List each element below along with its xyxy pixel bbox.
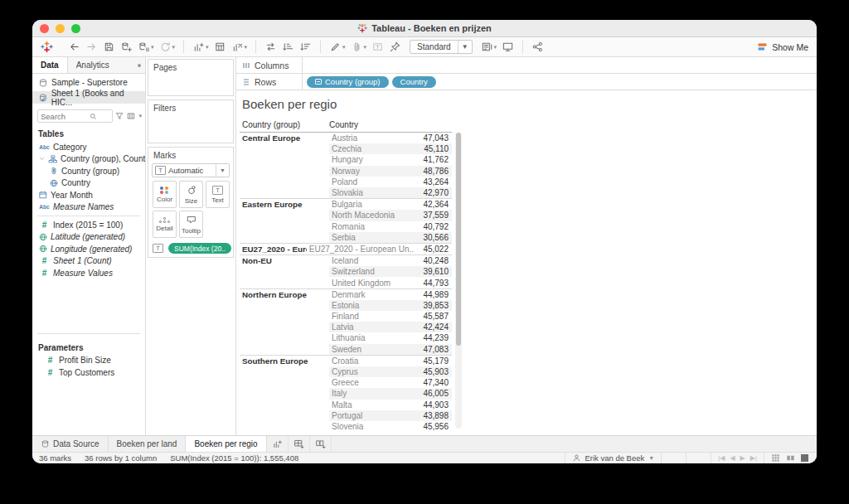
tab-analytics[interactable]: Analytics <box>68 57 118 73</box>
value-cell[interactable]: 46,005 <box>414 389 452 398</box>
expand-caret-icon[interactable] <box>38 155 46 162</box>
search-input[interactable] <box>41 112 89 121</box>
country-cell[interactable]: EU27_2020 - European Un.. <box>307 245 414 254</box>
table-row[interactable]: Estonia39,853 <box>329 300 452 311</box>
field-item[interactable]: Longitude (generated) <box>32 243 145 255</box>
value-cell[interactable]: 44,239 <box>414 333 452 342</box>
show-hide-cards-icon[interactable]: ▾ <box>479 40 499 54</box>
table-row[interactable]: Hungary41,762 <box>329 154 452 165</box>
value-cell[interactable]: 42,424 <box>414 322 452 332</box>
column-header-group[interactable]: Country (group) <box>240 120 329 132</box>
next-sheet-icon[interactable]: ▶ <box>740 454 745 462</box>
country-cell[interactable]: United Kingdom <box>329 279 414 288</box>
user-menu[interactable]: Erik van de Beek ▼ <box>565 453 662 463</box>
group-members-icon[interactable]: ▾ <box>349 40 369 54</box>
fix-axes-icon[interactable] <box>387 40 403 54</box>
table-row[interactable]: Sweden47,083 <box>329 344 452 355</box>
sheet-tab-active[interactable]: Boeken per regio <box>186 436 266 452</box>
value-cell[interactable]: 42,364 <box>414 200 452 209</box>
measure-pill[interactable]: SUM(Index (20.. <box>168 243 231 254</box>
table-row[interactable]: Poland43,264 <box>329 177 452 187</box>
country-cell[interactable]: Sweden <box>329 345 414 354</box>
value-cell[interactable]: 42,970 <box>414 188 452 197</box>
group-header-cell[interactable]: Central Europe <box>240 133 329 198</box>
rows-shelf[interactable]: Rows Country (group)Country <box>236 74 817 90</box>
field-item[interactable]: Year Month <box>32 189 145 201</box>
sheet-tab[interactable]: Data Source <box>32 436 109 452</box>
filter-funnel-icon[interactable] <box>114 111 124 121</box>
search-input-box[interactable] <box>37 109 113 123</box>
group-header-cell[interactable]: EU27_2020 - European Un.. <box>240 244 307 254</box>
value-cell[interactable]: 45,587 <box>414 312 452 321</box>
columns-shelf[interactable]: Columns <box>236 57 817 74</box>
table-row[interactable]: Slovenia45,956 <box>329 421 452 432</box>
table-row[interactable]: Lithuania44,239 <box>329 332 452 343</box>
table-row[interactable]: Malta44,903 <box>329 400 452 410</box>
worksheet-view-icon[interactable] <box>801 454 808 462</box>
country-cell[interactable]: Lithuania <box>329 333 414 342</box>
tab-data[interactable]: Data <box>32 57 68 73</box>
country-cell[interactable]: Iceland <box>329 256 414 265</box>
sheet-sorter-icon[interactable] <box>771 453 780 463</box>
table-row[interactable]: North Macedonia37,559 <box>329 210 452 220</box>
field-item[interactable]: Country (group) <box>32 165 145 177</box>
country-cell[interactable]: Norway <box>329 167 414 176</box>
tableau-toolbar-logo-icon[interactable] <box>41 41 53 53</box>
country-cell[interactable]: Portugal <box>329 411 414 420</box>
country-cell[interactable]: Cyprus <box>329 367 414 376</box>
new-story-button[interactable] <box>310 436 332 452</box>
table-row[interactable]: Latvia42,424 <box>329 322 452 332</box>
table-row[interactable]: United Kingdom44,793 <box>329 277 452 288</box>
field-item[interactable]: Country (group), Country <box>32 153 145 166</box>
country-cell[interactable]: Latvia <box>329 322 414 332</box>
mark-type-dropdown[interactable]: T Automatic ▼ <box>152 163 230 177</box>
duplicate-icon[interactable] <box>212 40 228 54</box>
table-row[interactable]: Bulgaria42,364 <box>329 199 452 210</box>
value-cell[interactable]: 30,566 <box>414 233 452 242</box>
group-header-cell[interactable]: Non-EU <box>240 255 329 288</box>
color-button[interactable]: Color <box>153 181 177 208</box>
group-header-cell[interactable]: Northern Europe <box>240 289 329 355</box>
text-button[interactable]: TText <box>206 181 230 208</box>
sheet-tab[interactable]: Boeken per land <box>109 436 187 452</box>
table-row[interactable]: Slovakia42,970 <box>329 187 452 198</box>
value-cell[interactable]: 44,989 <box>414 290 452 299</box>
tooltip-button[interactable]: Tooltip <box>179 211 203 238</box>
shelf-pill[interactable]: Country <box>392 76 436 88</box>
country-cell[interactable]: Slovakia <box>329 188 414 197</box>
value-cell[interactable]: 43,264 <box>414 177 452 187</box>
parameter-item[interactable]: #Top Customers <box>32 366 145 379</box>
value-cell[interactable]: 47,340 <box>414 378 452 387</box>
highlight-icon[interactable]: ▾ <box>327 40 347 54</box>
show-me-button[interactable]: Show Me <box>757 41 808 52</box>
table-row[interactable]: Denmark44,989 <box>329 289 452 300</box>
swap-rows-columns-icon[interactable] <box>263 40 279 54</box>
last-sheet-icon[interactable]: ▶| <box>750 454 757 462</box>
table-row[interactable]: Switzerland39,610 <box>329 266 452 277</box>
column-header-country[interactable]: Country <box>329 120 358 132</box>
table-row[interactable]: Finland45,587 <box>329 311 452 322</box>
value-cell[interactable]: 45,956 <box>414 422 452 431</box>
country-cell[interactable]: Malta <box>329 400 414 410</box>
value-cell[interactable]: 45,179 <box>414 356 452 366</box>
value-cell[interactable]: 43,898 <box>414 411 452 420</box>
table-row[interactable]: Italy46,005 <box>329 388 452 399</box>
field-item[interactable]: AbcCategory <box>32 141 145 153</box>
field-item[interactable]: AbcMeasure Names <box>32 201 145 214</box>
table-row[interactable]: Czechia45,110 <box>329 143 452 154</box>
field-item[interactable]: #Measure Values <box>32 267 145 279</box>
data-source-item-selected[interactable]: Sheet 1 (Books and HIC... <box>32 91 145 104</box>
fit-view-select[interactable]: Standard▼ <box>410 40 473 54</box>
previous-sheet-icon[interactable]: ◀ <box>730 454 735 462</box>
pane-options-dot[interactable] <box>138 64 141 67</box>
country-cell[interactable]: North Macedonia <box>329 211 414 220</box>
country-cell[interactable]: Bulgaria <box>329 200 414 209</box>
country-cell[interactable]: Slovenia <box>329 422 414 431</box>
value-cell[interactable]: 37,559 <box>414 211 452 220</box>
save-icon[interactable] <box>101 40 117 54</box>
new-data-source-icon[interactable] <box>119 40 134 54</box>
value-cell[interactable]: 47,043 <box>414 133 452 143</box>
filmstrip-view-icon[interactable] <box>786 453 795 463</box>
undo-icon[interactable] <box>66 40 82 54</box>
country-cell[interactable]: Finland <box>329 312 414 321</box>
